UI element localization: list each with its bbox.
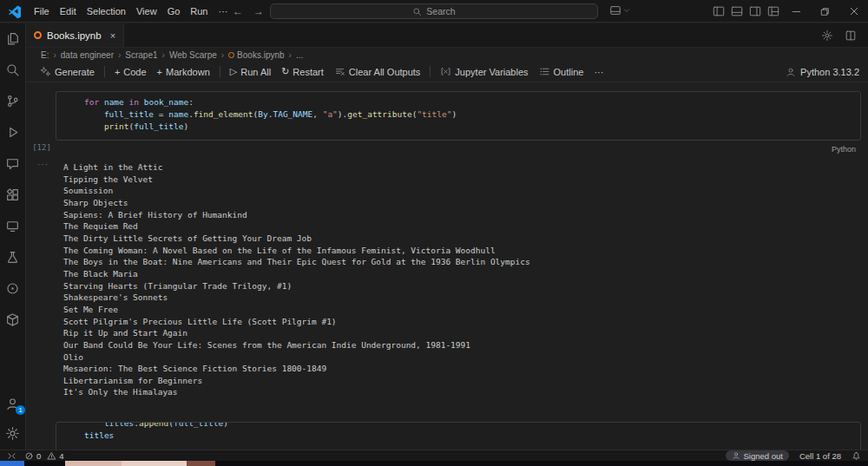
titlebar-right-controls xyxy=(709,0,868,23)
breadcrumb-folder[interactable]: Scrape1 xyxy=(125,50,157,60)
tab-books-ipynb[interactable]: Books.ipynb × xyxy=(26,23,124,47)
add-markdown-cell-button[interactable]: + Markdown xyxy=(152,65,215,79)
notebook-settings-gear-icon[interactable] xyxy=(821,30,833,42)
command-center-search[interactable]: Search xyxy=(270,3,598,19)
settings-gear-icon[interactable] xyxy=(5,426,20,441)
breadcrumb-folder[interactable]: data engineer xyxy=(61,50,114,60)
taskbar-thumbnail xyxy=(65,461,122,466)
cell-output: A Light in the AtticTipping the VelvetSo… xyxy=(63,161,859,398)
output-collapse-icon[interactable]: ··· xyxy=(37,160,49,169)
remote-indicator[interactable] xyxy=(7,451,16,461)
output-line: Rip it Up and Start Again xyxy=(63,327,859,339)
toolbar-separator xyxy=(220,66,220,77)
generate-button[interactable]: Generate xyxy=(35,64,100,79)
code-cell-1[interactable]: for name in book_name: full_title = name… xyxy=(56,91,861,141)
output-line: Scott Pilgrim's Precious Little Life (Sc… xyxy=(63,316,859,328)
chevron-right-icon: › xyxy=(53,50,56,60)
play-icon: ▷ xyxy=(230,66,237,77)
output-line: Mesaerion: The Best Science Fiction Stor… xyxy=(63,363,859,375)
signed-out-badge[interactable]: Signed out xyxy=(726,450,789,461)
output-line: Tipping the Velvet xyxy=(63,174,859,186)
close-button[interactable] xyxy=(839,0,868,23)
notebook-toolbar: Generate + Code + Markdown ▷ Run All ↻ xyxy=(26,62,868,82)
output-line: Sapiens: A Brief History of Humankind xyxy=(63,209,859,221)
taskbar-thumbnail xyxy=(122,461,187,466)
accounts-badge: 1 xyxy=(16,405,25,415)
code-cell-2[interactable]: titles.append(full_title)titles xyxy=(56,422,861,450)
menu-file[interactable]: File xyxy=(29,3,55,19)
notebook-scroll-area[interactable]: for name in book_name: full_title = name… xyxy=(26,82,868,450)
problems-indicator[interactable]: 0 4 xyxy=(24,451,64,461)
testing-icon[interactable] xyxy=(5,250,20,265)
breadcrumb-file[interactable]: Books.ipynb xyxy=(228,50,284,60)
toggle-secondary-sidebar-icon[interactable] xyxy=(746,0,764,23)
toggle-panel-icon[interactable] xyxy=(727,0,746,23)
run-debug-icon[interactable] xyxy=(5,125,20,140)
package-icon[interactable] xyxy=(5,312,20,327)
back-icon[interactable]: ← xyxy=(233,5,243,17)
output-line: Starving Hearts (Triangular Trade Trilog… xyxy=(63,280,859,292)
jupyter-variables-button[interactable]: Jupyter Variables xyxy=(435,64,533,79)
menu-go[interactable]: Go xyxy=(162,3,186,19)
jupyter-icon[interactable] xyxy=(5,281,20,296)
toolbar-more-icon[interactable]: ··· xyxy=(589,65,608,79)
minimize-button[interactable] xyxy=(782,0,811,23)
split-editor-icon[interactable] xyxy=(845,30,857,42)
add-code-cell-button[interactable]: + Code xyxy=(109,65,152,79)
source-control-icon[interactable] xyxy=(5,94,20,108)
tab-close-icon[interactable]: × xyxy=(110,30,115,41)
main-area: 1 Books.ipynb × xyxy=(0,23,868,450)
desktop-taskbar-sliver xyxy=(0,461,868,466)
breadcrumb-symbol[interactable]: ... xyxy=(296,50,303,60)
taskbar-thumbnail xyxy=(187,461,215,466)
notebook-file-icon xyxy=(228,52,234,58)
remote-explorer-icon[interactable] xyxy=(5,219,20,233)
code-line: titles.append(full_title) xyxy=(84,422,860,430)
breadcrumb-folder[interactable]: Web Scarpe xyxy=(169,50,217,60)
cell-code-editor[interactable]: titles.append(full_title)titles xyxy=(84,422,860,442)
error-count: 0 xyxy=(36,451,41,461)
restore-button[interactable] xyxy=(811,0,839,23)
cell-position-indicator[interactable]: Cell 1 of 28 xyxy=(799,451,841,461)
editor-actions xyxy=(821,23,868,47)
clear-all-outputs-button[interactable]: Clear All Outputs xyxy=(329,64,426,79)
chevron-right-icon: › xyxy=(162,50,165,60)
menu-edit[interactable]: Edit xyxy=(55,3,82,19)
menu-selection[interactable]: Selection xyxy=(82,3,131,19)
explorer-icon[interactable] xyxy=(5,31,20,46)
output-line: Soumission xyxy=(63,185,859,197)
code-line: for name in book_name: xyxy=(84,96,860,108)
activity-bar: 1 xyxy=(0,23,26,450)
output-line: Set Me Free xyxy=(63,304,859,316)
run-all-button[interactable]: ▷ Run All xyxy=(225,64,276,79)
outline-button[interactable]: Outline xyxy=(534,64,589,79)
kernel-picker[interactable]: Python 3.13.2 xyxy=(786,67,859,77)
notifications-bell-icon[interactable] xyxy=(852,451,861,461)
extensions-icon[interactable] xyxy=(5,187,20,202)
code-line: print(full_title) xyxy=(84,121,860,133)
output-line: Our Band Could Be Your Life: Scenes from… xyxy=(63,339,859,351)
menu-more-icon[interactable]: ··· xyxy=(214,3,233,19)
kernel-icon xyxy=(786,67,796,77)
error-icon xyxy=(24,451,34,461)
toolbar-separator xyxy=(104,66,105,77)
accounts-icon[interactable]: 1 xyxy=(5,397,20,411)
chat-icon[interactable] xyxy=(5,156,20,171)
output-line: The Dirty Little Secrets of Getting Your… xyxy=(63,233,859,245)
cell-language-label[interactable]: Python xyxy=(832,145,856,154)
menu-view[interactable]: View xyxy=(131,3,162,19)
vscode-window: File Edit Selection View Go Run ··· ← → … xyxy=(0,0,868,466)
toggle-primary-sidebar-icon[interactable] xyxy=(709,0,727,23)
restart-kernel-button[interactable]: ↻ Restart xyxy=(276,64,329,79)
search-sidebar-icon[interactable] xyxy=(5,62,20,77)
forward-icon[interactable]: → xyxy=(253,5,264,17)
output-line: A Light in the Attic xyxy=(63,161,859,174)
panel-layout-dropdown[interactable] xyxy=(609,4,630,16)
menu-run[interactable]: Run xyxy=(185,3,213,19)
customize-layout-icon[interactable] xyxy=(764,0,782,23)
title-bar: File Edit Selection View Go Run ··· ← → … xyxy=(0,0,868,23)
warning-icon xyxy=(47,451,56,461)
breadcrumb-drive[interactable]: E: xyxy=(41,50,49,60)
cell-code-editor[interactable]: for name in book_name: full_title = name… xyxy=(84,96,860,133)
taskbar-start-block xyxy=(0,461,24,466)
